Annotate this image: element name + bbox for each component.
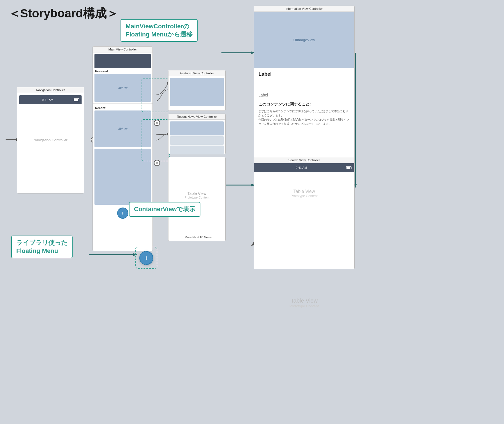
featured-vc-label: Featured View Controller bbox=[168, 70, 225, 76]
search-vc-time: 9:41 AM bbox=[257, 166, 346, 169]
recent-vc-content2 bbox=[170, 136, 224, 145]
main-vc-uiview1: UIView bbox=[118, 86, 128, 89]
info-vc-label2: Label bbox=[254, 79, 354, 100]
main-vc-uiview2: UIView bbox=[118, 127, 128, 130]
recent-vc-box: Recent News View Controller bbox=[168, 114, 226, 154]
page-title: ＜Storyboard構成＞ bbox=[8, 6, 118, 21]
nav-time: 9:41 AM bbox=[22, 98, 74, 102]
search-vc-label: Search View Controller bbox=[254, 157, 354, 163]
arrows-overlay bbox=[0, 0, 504, 424]
info-vc-image-label: UIImageView bbox=[293, 38, 315, 42]
embed-circle-recent: B bbox=[154, 160, 160, 166]
info-vc-body-text: まずはこちらのコンテンツにご興味を持っていただきまして本当にありがとうございます… bbox=[254, 108, 354, 128]
main-vc-dark-bar bbox=[94, 54, 151, 68]
main-callout-box: MainViewControllerの Floating Menuから遷移 bbox=[121, 19, 198, 42]
nav-controller-label: Navigation Controller bbox=[17, 87, 84, 93]
search-table-content: Table View Prototype Content bbox=[254, 172, 354, 215]
container-callout-box: ContainerViewで表示 bbox=[129, 202, 200, 217]
recent-vc-content1 bbox=[170, 121, 224, 135]
more-next-label: ↓ More Next 10 News bbox=[182, 236, 212, 239]
floating-menu-button[interactable]: + bbox=[117, 208, 128, 219]
main-callout-line2: Floating Menuから遷移 bbox=[126, 31, 193, 38]
more-table-box: Table View Prototype Content ↓ More Next… bbox=[168, 157, 226, 241]
bottom-table-view-area: Table View Prototype Content bbox=[254, 283, 355, 322]
library-callout-line2: Floating Menu bbox=[16, 247, 58, 254]
library-callout-box: ライブラリ使った Floating Menu bbox=[11, 236, 73, 258]
embed-circle-featured: B bbox=[154, 120, 160, 126]
dashed-container-featured bbox=[142, 79, 170, 112]
search-battery-icon bbox=[346, 166, 352, 169]
featured-vc-box: Featured View Controller bbox=[168, 70, 226, 111]
more-box-content: Table View Prototype Content bbox=[168, 157, 225, 233]
navigation-controller-box: Navigation Controller 9:41 AM Navigation… bbox=[17, 87, 84, 193]
search-prototype-label: Prototype Content bbox=[291, 194, 318, 198]
main-callout-line1: MainViewControllerの bbox=[126, 23, 189, 30]
table-view-label: Table View bbox=[188, 191, 206, 196]
bottom-prototype-label: Prototype Content bbox=[290, 304, 319, 308]
recent-vc-label: Recent News View Controller bbox=[168, 114, 225, 120]
info-vc-section-title: このコンテンツに関すること: bbox=[254, 100, 354, 108]
search-vc-box: Search View Controller 9:41 AM Table Vie… bbox=[254, 157, 355, 269]
container-callout-text: ContainerViewで表示 bbox=[134, 206, 195, 213]
dashed-floating-container bbox=[135, 247, 157, 269]
info-vc-image-area: UIImageView bbox=[254, 12, 354, 68]
library-callout-line1: ライブラリ使った bbox=[16, 239, 68, 246]
info-vc-box: Information View Controller UIImageView … bbox=[254, 6, 355, 163]
prototype-content-label: Prototype Content bbox=[184, 196, 209, 199]
search-table-label: Table View bbox=[293, 189, 315, 194]
nav-controller-text: Navigation Controller bbox=[17, 132, 84, 148]
search-vc-bar: 9:41 AM bbox=[254, 163, 354, 172]
info-vc-label: Information View Controller bbox=[254, 6, 354, 12]
info-vc-label-field: Label bbox=[254, 68, 354, 79]
recent-vc-content3 bbox=[170, 146, 224, 154]
main-vc-label: Main View Controller bbox=[93, 47, 152, 52]
featured-vc-content bbox=[170, 78, 224, 106]
more-next-bar: ↓ More Next 10 News bbox=[168, 233, 225, 241]
nav-battery-icon bbox=[74, 98, 79, 101]
main-vc-featured-label: Featured: bbox=[93, 68, 152, 74]
nav-controller-bar: 9:41 AM bbox=[19, 95, 82, 104]
bottom-table-label: Table View bbox=[291, 298, 318, 304]
